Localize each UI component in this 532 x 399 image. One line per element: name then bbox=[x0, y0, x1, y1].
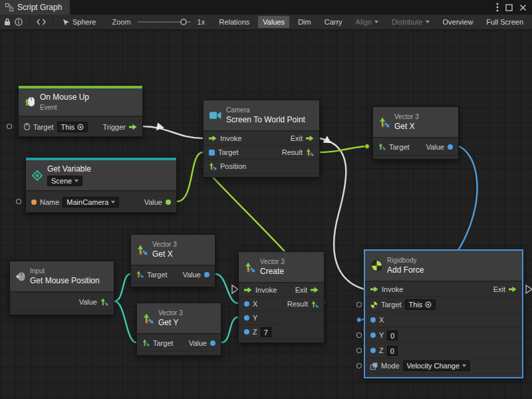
x-in-port[interactable] bbox=[370, 317, 376, 323]
flow-in-port[interactable] bbox=[370, 286, 378, 293]
mode-dropdown[interactable]: Velocity Change bbox=[403, 360, 471, 371]
node-get-mouse-position[interactable]: Input Get Mouse Position Value bbox=[9, 261, 114, 315]
mouse-up-icon bbox=[25, 96, 35, 108]
value-out-port[interactable] bbox=[210, 340, 215, 346]
port-row: X bbox=[365, 312, 522, 327]
close-icon[interactable] bbox=[519, 4, 527, 11]
carry-button[interactable]: Carry bbox=[320, 16, 347, 28]
x-label: X bbox=[379, 316, 384, 324]
align-button[interactable]: Align bbox=[351, 16, 383, 28]
target-label: Target bbox=[389, 143, 410, 151]
node-title: On Mouse Up bbox=[40, 92, 89, 103]
vector3-in-port[interactable] bbox=[209, 162, 217, 170]
z-in-port[interactable] bbox=[244, 329, 249, 334]
z-value-input[interactable]: 0 bbox=[387, 346, 398, 356]
node-category: Vector 3 bbox=[152, 240, 177, 249]
menu-kebab-icon[interactable] bbox=[496, 3, 499, 12]
zoom-slider[interactable] bbox=[138, 21, 191, 23]
value-out-port[interactable] bbox=[166, 200, 171, 205]
vector3-in-port[interactable] bbox=[142, 339, 150, 346]
flow-out-port[interactable] bbox=[509, 286, 517, 293]
node-footer bbox=[239, 338, 324, 342]
x-in-port[interactable] bbox=[244, 301, 249, 307]
exit-label: Exit bbox=[291, 134, 303, 142]
lock-icon[interactable] bbox=[4, 18, 11, 26]
port-row: Target This bbox=[365, 297, 522, 312]
exit-label: Exit bbox=[295, 286, 307, 294]
name-in-port[interactable] bbox=[31, 200, 37, 205]
window-tab-bar: Script Graph bbox=[0, 0, 532, 15]
vector3-in-port[interactable] bbox=[378, 143, 386, 150]
z-in-port[interactable] bbox=[370, 348, 376, 353]
target-label: Target bbox=[153, 339, 174, 347]
tab-script-graph[interactable]: Script Graph bbox=[0, 0, 70, 15]
node-screen-to-world-point[interactable]: Camera Screen To World Point Invoke Exit… bbox=[203, 100, 320, 178]
y-in-port[interactable] bbox=[370, 332, 376, 338]
mode-icon bbox=[370, 362, 378, 370]
vector3-in-port[interactable] bbox=[136, 271, 144, 278]
node-footer bbox=[373, 155, 458, 159]
flow-out-port[interactable] bbox=[311, 287, 319, 293]
port-row: Target Value bbox=[137, 334, 221, 351]
node-category: Camera bbox=[226, 106, 305, 114]
node-header: Rigidbody Add Force bbox=[365, 251, 522, 281]
value-out-port[interactable] bbox=[204, 272, 209, 277]
flow-out-port[interactable] bbox=[129, 124, 137, 130]
node-vector3-get-x-mid[interactable]: Vector 3 Get X Target Value bbox=[130, 234, 215, 287]
vector3-icon bbox=[245, 262, 255, 273]
flow-in-port[interactable] bbox=[244, 287, 252, 293]
distribute-label: Distribute bbox=[392, 18, 422, 26]
vector3-out-port[interactable] bbox=[100, 298, 108, 306]
target-label: Target bbox=[147, 271, 168, 279]
node-vector3-get-y[interactable]: Vector 3 Get Y Target Value bbox=[136, 303, 221, 356]
node-get-variable[interactable]: Get Variable Scene Name MainCamera Value bbox=[25, 157, 177, 213]
vector3-out-port[interactable] bbox=[306, 148, 314, 156]
y-value-input[interactable]: 0 bbox=[387, 331, 398, 340]
node-header: Get Variable Scene bbox=[26, 160, 176, 191]
rigidbody-mini-icon bbox=[370, 301, 378, 309]
bullseye-icon bbox=[77, 124, 84, 130]
dim-button[interactable]: Dim bbox=[293, 16, 316, 28]
variable-name-dropdown[interactable]: MainCamera bbox=[63, 197, 119, 207]
chevron-down-icon bbox=[462, 364, 466, 367]
full-screen-button[interactable]: Full Screen bbox=[481, 16, 528, 28]
distribute-button[interactable]: Distribute bbox=[387, 16, 434, 28]
node-add-force[interactable]: Rigidbody Add Force Invoke Exit Target T… bbox=[364, 250, 523, 378]
node-header: Vector 3 Get X bbox=[131, 235, 215, 265]
code-icon[interactable] bbox=[37, 19, 46, 25]
variable-icon bbox=[32, 170, 43, 181]
invoke-label: Invoke bbox=[255, 286, 277, 294]
y-in-port[interactable] bbox=[244, 315, 249, 321]
node-title: Get X bbox=[394, 122, 419, 132]
node-vector3-get-x-top[interactable]: Vector 3 Get X Target Value bbox=[372, 106, 459, 160]
flow-in-port[interactable] bbox=[209, 135, 217, 142]
graph-icon bbox=[5, 3, 13, 11]
target-this-chip: This bbox=[405, 299, 436, 310]
y-label: Y bbox=[379, 331, 384, 339]
maximize-icon[interactable] bbox=[505, 4, 513, 11]
pointer-icon bbox=[63, 19, 70, 26]
info-icon[interactable] bbox=[15, 18, 23, 26]
node-category: Vector 3 bbox=[394, 112, 419, 121]
port-row: Target Value bbox=[373, 138, 458, 155]
target-label: Target bbox=[381, 301, 402, 309]
flow-out-port[interactable] bbox=[306, 135, 314, 142]
target-in-port[interactable] bbox=[209, 150, 215, 156]
bullseye-icon bbox=[425, 301, 432, 308]
node-footer bbox=[131, 283, 215, 287]
port-row: Target Result bbox=[203, 145, 319, 159]
overview-button[interactable]: Overview bbox=[438, 16, 478, 28]
node-on-mouse-up[interactable]: On Mouse Up Event Target This Trigger bbox=[18, 85, 143, 137]
overview-label: Overview bbox=[443, 18, 473, 26]
zoom-slider-handle[interactable] bbox=[180, 19, 187, 25]
values-button[interactable]: Values bbox=[258, 16, 289, 28]
variable-scope-dropdown[interactable]: Scene bbox=[47, 176, 82, 186]
chevron-down-icon bbox=[426, 21, 430, 23]
vector3-icon bbox=[143, 313, 154, 324]
relations-button[interactable]: Relations bbox=[214, 16, 254, 28]
vector3-out-port[interactable] bbox=[311, 301, 319, 308]
value-out-port[interactable] bbox=[448, 144, 453, 150]
node-vector3-create[interactable]: Vector 3 Create Invoke Exit X Result Y Z… bbox=[238, 251, 325, 343]
graph-owner-item[interactable]: Sphere bbox=[60, 17, 98, 27]
z-value-input[interactable]: 7 bbox=[261, 327, 271, 337]
